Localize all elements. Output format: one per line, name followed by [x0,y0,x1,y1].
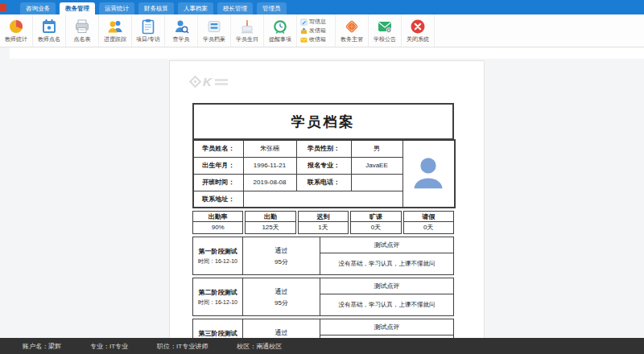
student-birthday-button[interactable]: 学员生日 [231,14,264,47]
tab-finance[interactable]: 财务核算 [138,2,174,14]
toolbar-item-label: 教师统计 [5,35,27,43]
stage-name: 第一阶段测试 [199,247,237,256]
top-menubar: 咨询业务 教务管理 运营统计 财务核算 人事档案 校长管理 管理员 [0,0,644,14]
tab-operations-stats[interactable]: 运营统计 [99,2,134,14]
calendar-icon [41,19,57,35]
rollcall-sheet-button[interactable]: 点名表 [66,14,99,47]
archive-icon [206,19,222,35]
stage-test-section: 第二阶段测试 时间：16-12-10 通过 95分 测试点评 没有基础，学习认真… [192,278,454,316]
tab-hr-archives[interactable]: 人事档案 [178,2,213,14]
app-logo [0,3,6,11]
teacher-stats-button[interactable]: 教师统计 [0,14,33,47]
avatar-icon [411,154,446,193]
tab-administrator[interactable]: 管理员 [257,2,287,14]
ribbon-toolbar: 教师统计 教师点名 点名表 进度跟踪 项目/专访 [0,14,644,47]
attendance-box: 迟到 1天 [298,211,349,234]
stage-name-cell: 第一阶段测试 时间：16-12-10 [193,237,243,274]
attendance-header: 请假 [404,212,453,222]
stage-result: 通过 [275,328,288,337]
toolbar-item-label: 提醒事项 [269,35,291,43]
stage-name-cell: 第二阶段测试 时间：16-12-10 [193,278,243,315]
stage-time: 时间：16-12-10 [198,298,237,307]
doc-title: 学员档案 [192,103,454,140]
diamond-logo-icon [189,76,202,88]
review-title: 测试点评 [320,319,453,335]
info-value: 2019-08-08 [243,174,296,191]
toolbar-item-label: 学员生日 [236,35,258,43]
info-value: 1996-11-21 [243,157,296,174]
info-label: 报名专业： [296,157,351,174]
watermark-logo: K [191,76,228,88]
content-header-strip [10,47,644,59]
logo-letter: K [203,76,212,88]
info-label: 联系电话： [296,174,351,191]
attendance-header: 迟到 [299,212,348,222]
stage-score: 95分 [275,298,288,307]
attendance-header: 出勤率 [193,212,242,222]
toolbar-item-label: 教师点名 [38,35,60,43]
person-search-icon [173,19,189,35]
people-icon [107,19,123,35]
inbox-button[interactable]: 收信箱 [300,35,332,43]
stage-test-section: 第三阶段测试 时间：16-12-10 通过 86分 测试点评 [192,319,454,338]
table-row: 学员姓名： 朱张楠 学员性别： 男 [193,140,455,157]
stage-review-cell: 测试点评 没有基础，学习认真，上课不懂就问 [320,278,453,315]
gem-icon [344,19,360,35]
outbox-button[interactable]: 发信箱 [300,27,332,35]
attendance-value: 0天 [351,222,400,233]
status-bar: 账户名：梁辉 专业：IT专业 职位：IT专业讲师 校区：南通校区 [0,338,644,354]
close-system-button[interactable]: 关闭系统 [402,14,435,47]
stage-time: 时间：16-12-10 [198,257,237,266]
progress-track-button[interactable]: 进度跟踪 [99,14,132,47]
student-photo-cell [402,140,455,208]
stage-result: 通过 [275,246,288,255]
mail-group: 写信息 发信箱 收信箱 [297,14,336,47]
toolbar-item-label: 进度跟踪 [104,35,126,43]
info-value: 男 [351,140,402,157]
stage-review-cell: 测试点评 没有基础，学习认真，上课不懂就问 [320,237,453,274]
stage-name: 第三阶段测试 [199,329,237,338]
tab-principal-management[interactable]: 校长管理 [217,2,253,14]
pencil-icon [300,19,308,26]
cake-icon [239,19,255,35]
reminder-button[interactable]: 提醒事项 [264,14,297,47]
info-label: 出生年月： [193,157,243,174]
logo-text-lines [215,79,228,85]
school-notice-button[interactable]: 学校公告 [369,14,402,47]
stage-score: 95分 [275,257,288,266]
attendance-value: 90% [193,222,242,233]
printer-icon [74,19,90,35]
toolbar-item-label: 学校公告 [374,35,396,43]
write-message-button[interactable]: 写信息 [300,18,332,26]
student-info-table: 学员姓名： 朱张楠 学员性别： 男 出生年月： 1996-11-21 报名专业：… [192,139,456,208]
attendance-summary: 出勤率 90% 出勤 125天 迟到 1天 旷课 0天 [192,211,454,234]
student-archive-document: 学员档案 学员姓名： 朱张楠 学员性别： 男 出生年月： 1996 [192,103,454,338]
stage-test-section: 第一阶段测试 时间：16-12-10 通过 95分 测试点评 没有基础，学习认真… [192,237,454,275]
alarm-clock-icon [272,19,288,35]
find-student-button[interactable]: 查学员 [165,14,198,47]
mail-item-label: 写信息 [309,18,326,26]
project-interview-button[interactable]: 项目/专访 [132,14,165,47]
teacher-rollcall-button[interactable]: 教师点名 [33,14,66,47]
academic-director-button[interactable]: 教务主管 [336,14,369,47]
toolbar-item-label: 项目/专访 [136,35,160,43]
tab-consulting[interactable]: 咨询业务 [20,2,56,14]
info-value [243,191,402,208]
inbox-icon [300,36,308,43]
attendance-value: 1天 [299,222,348,233]
stage-review-cell: 测试点评 [320,319,453,338]
toolbar-item-label: 点名表 [74,35,91,43]
outbox-icon [300,27,308,35]
tab-academic-management[interactable]: 教务管理 [60,2,95,14]
student-archive-button[interactable]: 学员档案 [198,14,231,47]
toolbar-item-label: 关闭系统 [407,35,429,43]
stage-result-cell: 通过 86分 [243,319,320,338]
attendance-box: 出勤 125天 [245,211,295,234]
info-label: 联系地址： [193,191,243,208]
stage-name-cell: 第三阶段测试 时间：16-12-10 [193,319,243,338]
info-label: 学员姓名： [193,140,243,157]
mail-item-label: 收信箱 [309,35,326,43]
info-value [351,174,402,191]
toolbar-item-label: 教务主管 [341,35,363,43]
review-title: 测试点评 [320,237,453,253]
